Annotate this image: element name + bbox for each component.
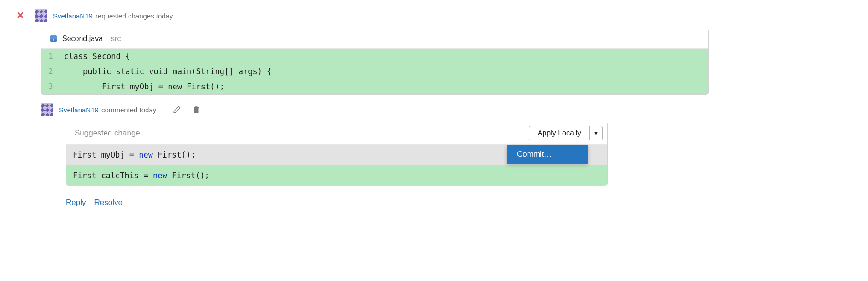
svg-text:J: J	[53, 39, 54, 42]
comment-action-text: commented today	[101, 106, 156, 114]
code-content: First myObj = new First();	[60, 79, 224, 94]
chevron-down-icon[interactable]: ▼	[589, 126, 602, 140]
code-content: class Second {	[60, 49, 130, 64]
suggestion-label: Suggested change	[75, 129, 140, 138]
avatar[interactable]	[41, 103, 53, 116]
avatar[interactable]	[35, 9, 47, 22]
suggestion-new-line: First calcThis = new First();	[66, 165, 607, 186]
comment-actions: Reply Resolve	[66, 198, 868, 207]
commenter-username[interactable]: SvetlanaN19	[59, 106, 99, 114]
close-icon[interactable]: ✕	[16, 11, 24, 21]
code-diff-card: J Second.java src 1 class Second { 2 pub…	[41, 29, 709, 95]
code-line: 2 public static void main(String[] args)…	[41, 64, 708, 79]
file-header: J Second.java src	[41, 29, 708, 49]
code-line: 3 First myObj = new First();	[41, 79, 708, 94]
reviewer-username[interactable]: SvetlanaN19	[53, 12, 93, 20]
line-number: 2	[41, 65, 60, 78]
code-block: 1 class Second { 2 public static void ma…	[41, 49, 708, 94]
suggested-change-card: Suggested change Apply Locally ▼ First m…	[66, 122, 608, 186]
commit-menu-item[interactable]: Commit…	[507, 145, 588, 164]
suggestion-header: Suggested change Apply Locally ▼	[66, 122, 607, 145]
review-action-text: requested changes today	[95, 12, 173, 20]
delete-icon[interactable]	[189, 105, 203, 114]
comment-header: SvetlanaN19 commented today	[41, 103, 868, 116]
apply-locally-button[interactable]: Apply Locally ▼	[529, 126, 603, 140]
code-content: public static void main(String[] args) {	[60, 64, 271, 79]
review-header: ✕ SvetlanaN19 requested changes today	[16, 9, 868, 22]
reply-link[interactable]: Reply	[66, 198, 86, 207]
file-name: Second.java	[62, 35, 103, 43]
line-number: 3	[41, 80, 60, 94]
resolve-link[interactable]: Resolve	[94, 198, 122, 207]
file-dir: src	[111, 35, 121, 43]
code-line: 1 class Second {	[41, 49, 708, 64]
line-number: 1	[41, 50, 60, 63]
apply-button-label: Apply Locally	[529, 126, 589, 140]
java-file-icon: J	[49, 35, 58, 43]
edit-icon[interactable]	[170, 105, 184, 114]
